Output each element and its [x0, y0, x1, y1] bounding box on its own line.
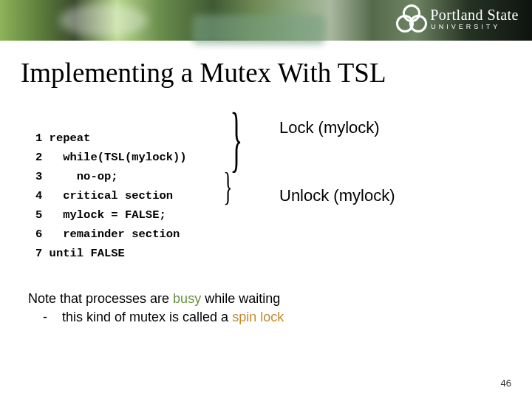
content-area: 1 repeat 2 while(TSL(mylock)) 3 no-op; 4… [35, 109, 501, 263]
code-line-4: 4 critical section [35, 189, 173, 202]
code-line-7: 7 until FALSE [35, 247, 125, 260]
code-line-6: 6 remainder section [35, 228, 180, 241]
code-block: 1 repeat 2 while(TSL(mylock)) 3 no-op; 4… [35, 109, 501, 263]
note-text: Note that processes are [28, 291, 173, 306]
code-line-2: 2 while(TSL(mylock)) [35, 151, 187, 164]
slide-banner: Portland State UNIVERSITY [0, 0, 532, 41]
code-line-5: 5 mylock = FALSE; [35, 208, 166, 222]
note-text: this kind of mutex is called a [62, 310, 232, 324]
code-line-1: 1 repeat [35, 132, 90, 145]
annotation-lock: Lock (mylock) [279, 118, 380, 137]
slide-title: Implementing a Mutex With TSL [21, 57, 532, 89]
note-busy: busy [173, 291, 201, 306]
page-number: 46 [501, 378, 511, 389]
note-text: while waiting [201, 291, 280, 306]
logo-mark-icon [398, 6, 423, 31]
university-logo: Portland State UNIVERSITY [398, 6, 519, 31]
note-spinlock: spin lock [232, 310, 284, 324]
footnote: Note that processes are busy while waiti… [28, 290, 486, 327]
brace-icon: } [223, 165, 232, 208]
code-line-3: 3 no-op; [35, 170, 118, 183]
logo-sub: UNIVERSITY [431, 24, 519, 30]
annotation-unlock: Unlock (mylock) [279, 186, 395, 205]
logo-name: Portland State [430, 7, 519, 22]
